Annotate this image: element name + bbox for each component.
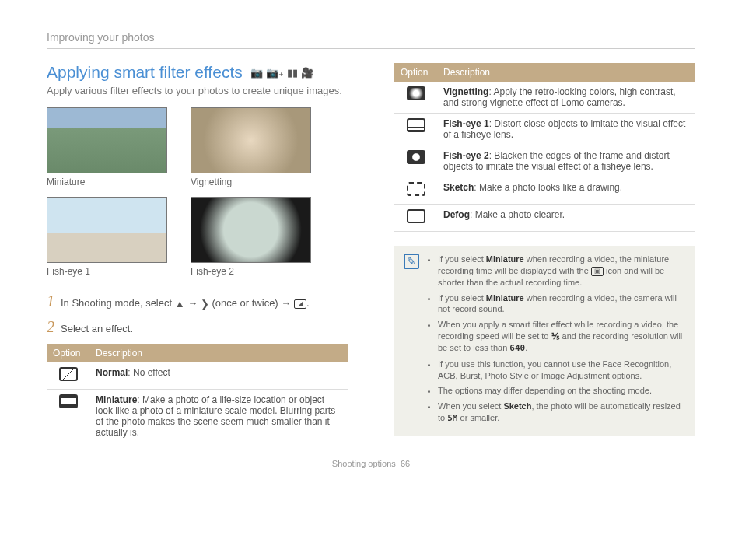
note-item: The options may differ depending on the …: [438, 385, 686, 397]
filter-icon: ◢: [294, 299, 306, 309]
option-desc: Normal: No effect: [89, 362, 348, 390]
option-desc: Fish-eye 2: Blacken the edges of the fra…: [437, 145, 695, 177]
note-box: ✎ If you select Miniature when recording…: [394, 246, 695, 436]
step-2: 2 Select an effect.: [47, 318, 348, 336]
page-number: 66: [401, 459, 410, 468]
th-description: Description: [437, 63, 695, 82]
table-row: Normal: No effect: [47, 362, 348, 390]
thumb-label: Vignetting: [191, 177, 311, 187]
option-icon-miniature: [47, 390, 89, 443]
thumb-image: [191, 107, 311, 173]
step-text: Select an effect.: [61, 323, 133, 334]
page-footer: Shooting options 66: [47, 459, 695, 468]
title-text: Applying smart filter effects: [47, 63, 243, 82]
thumbnail-grid: Miniature Vignetting Fish-eye 1 Fish-eye…: [47, 107, 348, 277]
thumb-image: [47, 107, 167, 173]
options-table-2: Option Description Vignetting: Apply the…: [394, 63, 695, 232]
thumb-label: Miniature: [47, 177, 167, 187]
th-description: Description: [89, 344, 348, 362]
option-desc: Miniature: Make a photo of a life-size l…: [89, 390, 348, 443]
video-icon: 🎥: [301, 67, 313, 79]
subtitle: Apply various filter effects to your pho…: [47, 85, 348, 96]
step-1: 1 In Shooting mode, select ▲ → ❯ (once o…: [47, 292, 348, 310]
th-option: Option: [394, 63, 437, 82]
speed-icon: ⅕: [551, 331, 560, 341]
step-text: In Shooting mode, select ▲ → ❯ (once or …: [61, 297, 310, 310]
option-desc: Defog: Make a photo clearer.: [437, 205, 695, 232]
step-number: 2: [47, 318, 54, 336]
options-table-1: Option Description Normal: No effect Min…: [47, 344, 348, 443]
breadcrumb: Improving your photos: [47, 31, 695, 49]
footer-section: Shooting options: [332, 459, 396, 468]
option-desc: Fish-eye 1: Distort close objects to imi…: [437, 114, 695, 145]
th-option: Option: [47, 344, 89, 362]
steps-list: 1 In Shooting mode, select ▲ → ❯ (once o…: [47, 292, 348, 336]
table-row: Sketch: Make a photo looks like a drawin…: [394, 177, 695, 205]
table-row: Vignetting: Apply the retro-looking colo…: [394, 82, 695, 114]
table-row: Defog: Make a photo clearer.: [394, 205, 695, 232]
camera-icon: 📷: [250, 67, 263, 79]
option-desc: Vignetting: Apply the retro-looking colo…: [437, 82, 695, 114]
option-icon-sketch: [394, 177, 437, 205]
note-item: When you apply a smart filter effect whi…: [438, 319, 686, 355]
step-number: 1: [47, 292, 54, 310]
note-item: If you use this function, you cannot use…: [438, 359, 686, 382]
note-item: If you select Miniature when recording a…: [438, 254, 686, 289]
option-desc: Sketch: Make a photo looks like a drawin…: [437, 177, 695, 205]
thumb-image: [191, 197, 311, 263]
table-row: Fish-eye 1: Distort close objects to imi…: [394, 114, 695, 145]
mode-icons: 📷 📷₊ ▮▮ 🎥: [250, 67, 313, 79]
note-item: When you select Sketch, the photo will b…: [438, 401, 686, 425]
option-icon-normal: [47, 362, 89, 390]
rec-icon: ▣: [591, 267, 604, 276]
right-column: Option Description Vignetting: Apply the…: [394, 63, 695, 443]
thumb-fisheye2: Fish-eye 2: [191, 197, 311, 277]
option-icon-vignetting: [394, 82, 437, 114]
note-list: If you select Miniature when recording a…: [427, 254, 686, 429]
thumb-fisheye1: Fish-eye 1: [47, 197, 167, 277]
left-column: Applying smart filter effects 📷 📷₊ ▮▮ 🎥 …: [47, 63, 348, 443]
thumb-image: [47, 197, 167, 263]
right-chevron-icon: ❯: [201, 298, 209, 310]
note-item: If you select Miniature when recording a…: [438, 292, 686, 316]
option-icon-fisheye1: [394, 114, 437, 145]
option-icon-defog: [394, 205, 437, 232]
up-triangle-icon: ▲: [175, 298, 185, 310]
table-row: Fish-eye 2: Blacken the edges of the fra…: [394, 145, 695, 177]
thumb-label: Fish-eye 1: [47, 266, 167, 277]
thumb-vignetting: Vignetting: [191, 107, 311, 187]
dual-icon: ▮▮: [287, 67, 298, 79]
note-icon: ✎: [404, 254, 419, 269]
thumb-label: Fish-eye 2: [191, 266, 311, 277]
page-title: Applying smart filter effects 📷 📷₊ ▮▮ 🎥: [47, 63, 348, 82]
option-icon-fisheye2: [394, 145, 437, 177]
camera-plus-icon: 📷₊: [266, 67, 284, 79]
thumb-miniature: Miniature: [47, 107, 167, 187]
table-row: Miniature: Make a photo of a life-size l…: [47, 390, 348, 443]
